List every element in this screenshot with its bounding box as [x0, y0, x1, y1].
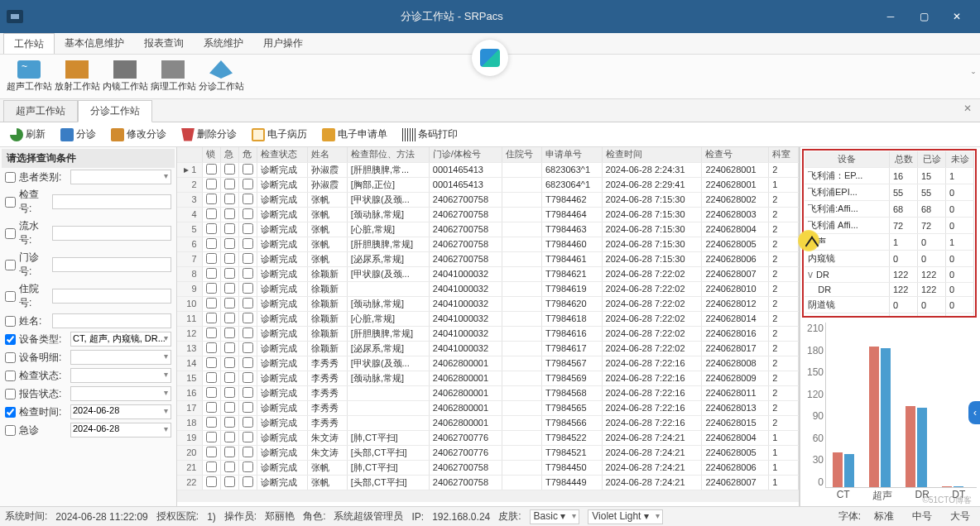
row-check[interactable] [243, 313, 253, 323]
table-row[interactable]: ▸ 1诊断完成孙淑霞[肝胆胰脾,常...00014654136823063^12… [177, 162, 799, 177]
row-check[interactable] [206, 417, 217, 428]
expand-icon[interactable]: v [808, 269, 816, 280]
stat-row[interactable]: 飞利浦 Affi...72720 [805, 218, 974, 234]
row-check[interactable] [224, 283, 235, 294]
row-check[interactable] [224, 357, 235, 368]
expand-icon[interactable]: v [808, 315, 816, 318]
table-row[interactable]: 21诊断完成张帆[肺,CT平扫]24062700758T79844502024-… [177, 460, 799, 475]
table-row[interactable]: 7诊断完成张帆[泌尿系,常规]24062700758T79844612024-0… [177, 251, 799, 266]
filter-combo[interactable] [70, 170, 171, 184]
ribbon-button[interactable]: 分诊工作站 [197, 59, 245, 94]
stat-row[interactable]: 内窥镜000 [805, 251, 974, 267]
collapse-handle-icon[interactable]: ‹ [968, 401, 980, 424]
row-check[interactable] [243, 357, 253, 368]
row-check[interactable] [206, 328, 217, 338]
row-check[interactable] [224, 238, 235, 249]
row-check[interactable] [206, 268, 217, 279]
row-check[interactable] [224, 417, 235, 428]
row-check[interactable] [243, 417, 253, 428]
row-check[interactable] [206, 223, 217, 234]
row-check[interactable] [224, 461, 235, 472]
stat-row[interactable]: DR1221220 [805, 283, 974, 297]
row-check[interactable] [224, 313, 235, 323]
barcode-button[interactable]: 条码打印 [396, 126, 464, 143]
stat-header[interactable]: 设备 [805, 151, 890, 168]
table-row[interactable]: 15诊断完成李秀秀[颈动脉,常规]24062800001T79845692024… [177, 371, 799, 385]
stat-row[interactable]: 超声101 [805, 234, 974, 251]
filter-combo[interactable] [70, 368, 171, 383]
grid-header[interactable]: 检查部位、方法 [347, 147, 429, 162]
row-check[interactable] [206, 447, 217, 457]
filter-input[interactable] [52, 257, 171, 272]
row-check[interactable] [206, 432, 217, 442]
stat-row[interactable]: vDR1221220 [805, 267, 974, 283]
table-row[interactable]: 8诊断完成徐颖新[甲状腺(及颈...24041000032T7984621202… [177, 266, 799, 281]
row-check[interactable] [243, 253, 253, 264]
row-check[interactable] [206, 238, 217, 249]
row-check[interactable] [224, 372, 235, 383]
ribbon-button[interactable]: 放射工作站 [53, 59, 101, 94]
row-check[interactable] [206, 194, 217, 204]
filter-combo[interactable]: CT, 超声, 内窥镜, DR... [70, 332, 171, 347]
row-check[interactable] [224, 164, 235, 175]
close-button[interactable]: ✕ [940, 4, 973, 29]
row-check[interactable] [206, 208, 217, 219]
row-check[interactable] [224, 194, 235, 204]
table-row[interactable]: 5诊断完成张帆[心脏,常规]24062700758T79844632024-06… [177, 222, 799, 237]
stat-row[interactable]: vDT110 [805, 313, 974, 318]
table-row[interactable]: 12诊断完成徐颖新[肝胆胰脾,常规]24041000032T7984616202… [177, 326, 799, 341]
row-check[interactable] [224, 208, 235, 219]
table-row[interactable]: 19诊断完成朱文涛[肺,CT平扫]24062700776T79845222024… [177, 430, 799, 445]
theme-combo[interactable]: Violet Light ▾ [588, 509, 663, 524]
grid-header[interactable]: 检查状态 [257, 147, 307, 162]
grid-hscroll[interactable] [177, 490, 799, 502]
main-grid[interactable]: 锁急危检查状态姓名检查部位、方法门诊/体检号住院号申请单号检查时间检查号科室▸ … [177, 147, 800, 506]
delete-triage-button[interactable]: 删除分诊 [175, 126, 243, 143]
filter-checkbox[interactable] [5, 228, 16, 239]
row-check[interactable] [243, 283, 253, 294]
row-check[interactable] [206, 372, 217, 383]
menu-item[interactable]: 系统维护 [194, 33, 253, 54]
row-check[interactable] [243, 194, 253, 204]
filter-input[interactable] [52, 289, 171, 304]
filter-checkbox[interactable] [5, 260, 16, 270]
refresh-button[interactable]: 刷新 [3, 126, 52, 143]
table-row[interactable]: 9诊断完成徐颖新24041000032T79846192024-06-28 7:… [177, 281, 799, 296]
filter-input[interactable] [52, 313, 171, 328]
grid-header[interactable]: 住院号 [502, 147, 541, 162]
font-large[interactable]: 大号 [945, 509, 975, 524]
tab[interactable]: 分诊工作站 [78, 100, 152, 122]
row-check[interactable] [243, 208, 253, 219]
stat-row[interactable]: 飞利浦：EP...16151 [805, 168, 974, 184]
row-check[interactable] [224, 253, 235, 264]
maximize-button[interactable]: ▢ [907, 4, 940, 29]
grid-header[interactable]: 科室 [769, 147, 799, 162]
row-check[interactable] [224, 432, 235, 442]
grid-header[interactable]: 锁 [202, 147, 220, 162]
row-check[interactable] [243, 387, 253, 398]
filter-checkbox[interactable] [5, 425, 16, 436]
stat-row[interactable]: 飞利浦:Affi...68680 [805, 201, 974, 218]
stat-row[interactable]: 飞利浦EPI...55550 [805, 184, 974, 201]
filter-input[interactable] [52, 226, 171, 241]
ribbon-button[interactable]: 内镜工作站 [101, 59, 149, 94]
filter-input[interactable] [52, 194, 171, 209]
grid-header[interactable]: 姓名 [307, 147, 347, 162]
table-row[interactable]: 14诊断完成李秀秀[甲状腺(及颈...24062800001T798456720… [177, 356, 799, 371]
font-medium[interactable]: 中号 [907, 509, 937, 524]
row-check[interactable] [243, 476, 253, 487]
row-check[interactable] [243, 298, 253, 308]
filter-combo[interactable] [70, 386, 171, 401]
grid-header[interactable]: 急 [220, 147, 238, 162]
row-check[interactable] [224, 268, 235, 279]
grid-header[interactable]: 危 [238, 147, 257, 162]
row-check[interactable] [243, 342, 253, 353]
menu-item[interactable]: 工作站 [3, 33, 55, 54]
table-row[interactable]: 4诊断完成张帆[颈动脉,常规]24062700758T79844642024-0… [177, 207, 799, 222]
stat-header[interactable]: 已诊 [918, 151, 946, 168]
filter-combo[interactable]: 2024-06-28 [70, 404, 171, 419]
row-check[interactable] [243, 447, 253, 457]
row-check[interactable] [243, 268, 253, 279]
row-check[interactable] [243, 179, 253, 189]
skin-combo[interactable]: Basic ▾ [530, 509, 580, 524]
